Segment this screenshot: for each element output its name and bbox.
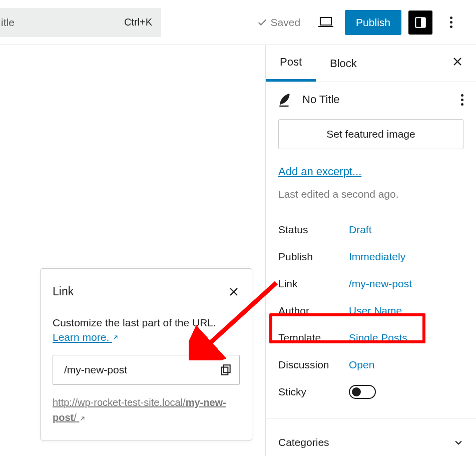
full-url[interactable]: http://wp-rocket-test-site.local/my-new-… xyxy=(53,395,240,425)
learn-more-link[interactable]: Learn more. xyxy=(53,331,119,343)
publish-value[interactable]: Immediately xyxy=(349,251,405,263)
discussion-value[interactable]: Open xyxy=(349,359,374,371)
options-button[interactable] xyxy=(439,10,463,35)
meta-publish: Publish Immediately xyxy=(278,243,463,270)
check-icon xyxy=(257,17,268,28)
svg-rect-3 xyxy=(224,365,230,372)
add-excerpt-link[interactable]: Add an excerpt... xyxy=(278,165,361,178)
categories-panel[interactable]: Categories xyxy=(266,418,476,453)
title-placeholder: itle xyxy=(1,17,15,29)
meta-author: Author User Name xyxy=(278,297,463,324)
svg-rect-1 xyxy=(421,18,425,28)
close-sidebar-button[interactable] xyxy=(451,56,463,71)
meta-status: Status Draft xyxy=(278,216,463,243)
author-value[interactable]: User Name xyxy=(349,305,402,317)
dots-vertical-icon xyxy=(450,17,452,28)
feather-icon xyxy=(278,92,291,107)
settings-panel-button[interactable] xyxy=(408,11,432,35)
title-input[interactable]: itle Ctrl+K xyxy=(0,8,161,37)
template-value[interactable]: Single Posts xyxy=(349,332,407,344)
post-actions-button[interactable] xyxy=(461,94,463,106)
status-value[interactable]: Draft xyxy=(349,224,372,236)
sidebar-layout-icon xyxy=(414,16,427,29)
sidebar-tabs: Post Block xyxy=(266,45,476,82)
chevron-down-icon xyxy=(453,437,463,447)
saved-label: Saved xyxy=(271,17,301,29)
link-value[interactable]: /my-new-post xyxy=(349,278,412,290)
slug-value: /my-new-post xyxy=(64,364,127,376)
categories-label: Categories xyxy=(278,436,329,448)
post-title: No Title xyxy=(302,93,340,106)
last-edited-text: Last edited a second ago. xyxy=(278,188,463,200)
meta-link: Link /my-new-post xyxy=(278,270,463,297)
settings-sidebar: Post Block No Title Set fea xyxy=(266,45,476,456)
popup-description: Customize the last part of the URL. Lear… xyxy=(53,315,240,345)
editor-header: itle Ctrl+K Saved Publish xyxy=(0,0,476,45)
slug-input[interactable]: /my-new-post xyxy=(53,355,240,385)
external-link-icon xyxy=(79,415,86,422)
close-icon xyxy=(451,56,463,68)
link-popup: Link Customize the last part of the URL.… xyxy=(40,268,252,440)
saved-status: Saved xyxy=(257,17,301,29)
post-section: No Title Set featured image Add an excer… xyxy=(266,82,476,418)
external-link-icon xyxy=(112,334,119,341)
editor-canvas[interactable]: Link Customize the last part of the URL.… xyxy=(0,45,266,456)
dots-vertical-icon xyxy=(461,94,463,106)
tab-block[interactable]: Block xyxy=(316,45,371,82)
svg-rect-2 xyxy=(221,367,228,374)
tab-post[interactable]: Post xyxy=(266,45,316,82)
laptop-icon xyxy=(318,17,334,28)
featured-image-button[interactable]: Set featured image xyxy=(278,119,463,149)
sticky-toggle[interactable] xyxy=(349,385,376,399)
close-icon[interactable] xyxy=(228,286,240,298)
meta-sticky: Sticky xyxy=(278,378,463,405)
title-shortcut: Ctrl+K xyxy=(124,17,152,28)
meta-template: Template Single Posts xyxy=(278,324,463,351)
popup-title: Link xyxy=(53,285,74,298)
preview-button[interactable] xyxy=(313,10,338,35)
copy-icon[interactable] xyxy=(219,363,232,376)
meta-discussion: Discussion Open xyxy=(278,351,463,378)
publish-button[interactable]: Publish xyxy=(345,10,401,35)
